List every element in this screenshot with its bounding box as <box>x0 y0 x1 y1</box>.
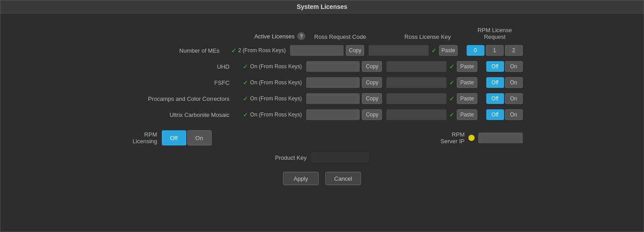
check-lic-mes: ✓ <box>431 47 437 54</box>
toggle-off-procamps[interactable]: Off <box>486 93 504 104</box>
active-licenses-header: Active Licenses ? <box>246 32 310 40</box>
row-label-uhd: UHD <box>122 63 234 70</box>
row-fsfc: FSFC ✓ On (From Ross Keys) Copy ✓ Paste … <box>122 76 523 89</box>
rpm-btn-0-mes[interactable]: 0 <box>467 45 484 56</box>
request-code-uhd[interactable] <box>306 61 360 72</box>
rpm-server-input[interactable] <box>478 133 523 143</box>
license-key-uhd[interactable] <box>386 61 447 72</box>
paste-button-ultrix[interactable]: Paste <box>457 109 477 120</box>
check-lic-procamps: ✓ <box>449 95 455 102</box>
toggle-group-fsfc: Off On <box>486 77 523 88</box>
rpm-license-request-header: RPM License Request <box>467 27 523 40</box>
toggle-on-procamps[interactable]: On <box>505 93 523 104</box>
rpm-licensing-on-btn[interactable]: On <box>187 130 212 145</box>
license-key-procamps[interactable] <box>386 93 447 104</box>
toggle-on-ultrix[interactable]: On <box>505 109 523 120</box>
row-label-mes: Number of MEs <box>122 47 224 54</box>
request-code-procamps[interactable] <box>306 93 360 104</box>
status-text-procamps: On (From Ross Keys) <box>250 95 302 102</box>
rpm-server-label: RPMServer IP <box>440 131 464 145</box>
row-uhd: UHD ✓ On (From Ross Keys) Copy ✓ Paste O… <box>122 60 523 73</box>
rpm-licensing-toggle: Off On <box>162 130 212 145</box>
copy-button-procamps[interactable]: Copy <box>362 93 382 104</box>
toggle-off-fsfc[interactable]: Off <box>486 77 504 88</box>
cancel-button[interactable]: Cancel <box>325 172 361 185</box>
help-icon[interactable]: ? <box>297 32 305 40</box>
check-lic-ultrix: ✓ <box>449 111 455 118</box>
bottom-section: RPMLicensing Off On RPMServer IP <box>122 130 523 145</box>
status-text-mes: 2 (From Ross Keys) <box>238 47 286 54</box>
column-headers: Active Licenses ? Ross Request Code Ross… <box>122 27 523 40</box>
paste-button-uhd[interactable]: Paste <box>457 61 477 72</box>
request-code-mes[interactable] <box>290 45 344 56</box>
toggle-on-fsfc[interactable]: On <box>505 77 523 88</box>
main-panel: Active Licenses ? Ross Request Code Ross… <box>122 27 523 185</box>
active-status-uhd: ✓ On (From Ross Keys) <box>234 63 307 70</box>
row-label-procamps: Procamps and Color Correctors <box>122 95 234 102</box>
window-title: System Licenses <box>0 0 644 13</box>
copy-button-uhd[interactable]: Copy <box>362 61 382 72</box>
rpm-btn-2-mes[interactable]: 2 <box>505 45 523 56</box>
status-text-ultrix: On (From Ross Keys) <box>250 112 302 118</box>
request-code-ultrix[interactable] <box>306 109 360 120</box>
row-ultrix: Ultrix Carbonite Mosaic ✓ On (From Ross … <box>122 108 523 121</box>
license-key-fsfc[interactable] <box>386 77 447 88</box>
paste-button-procamps[interactable]: Paste <box>457 93 477 104</box>
check-lic-uhd: ✓ <box>449 63 455 70</box>
rpm-server-group: RPMServer IP <box>440 131 522 145</box>
copy-button-mes[interactable]: Copy <box>346 45 364 56</box>
active-status-procamps: ✓ On (From Ross Keys) <box>234 95 307 102</box>
rpm-licensing-label: RPMLicensing <box>122 131 157 145</box>
row-label-fsfc: FSFC <box>122 79 234 86</box>
license-key-mes[interactable] <box>369 45 429 56</box>
check-procamps: ✓ <box>243 95 248 102</box>
actions-section: Apply Cancel <box>122 172 523 185</box>
rpm-licensing-off-btn[interactable]: Off <box>162 130 186 145</box>
toggle-group-ultrix: Off On <box>486 109 523 120</box>
check-mes: ✓ <box>231 47 237 54</box>
toggle-off-ultrix[interactable]: Off <box>486 109 504 120</box>
toggle-group-uhd: Off On <box>486 61 523 72</box>
copy-button-fsfc[interactable]: Copy <box>362 77 382 88</box>
content-area: Active Licenses ? Ross Request Code Ross… <box>0 13 644 232</box>
active-licenses-label: Active Licenses <box>254 33 295 40</box>
status-text-fsfc: On (From Ross Keys) <box>250 79 302 86</box>
rpm-options-mes: 0 1 2 <box>467 45 523 56</box>
active-status-mes: ✓ 2 (From Ross Keys) <box>224 47 291 54</box>
ross-request-code-header: Ross Request Code <box>310 33 370 40</box>
toggle-group-procamps: Off On <box>486 93 523 104</box>
ross-license-key-header: Ross License Key <box>397 33 458 40</box>
check-ultrix: ✓ <box>243 111 248 118</box>
rpm-licensing-group: RPMLicensing Off On <box>122 130 212 145</box>
rpm-btn-1-mes[interactable]: 1 <box>486 45 504 56</box>
request-code-fsfc[interactable] <box>306 77 360 88</box>
active-status-fsfc: ✓ On (From Ross Keys) <box>234 79 307 86</box>
license-key-ultrix[interactable] <box>386 109 447 120</box>
check-lic-fsfc: ✓ <box>449 79 455 86</box>
row-label-ultrix: Ultrix Carbonite Mosaic <box>122 112 234 118</box>
paste-button-fsfc[interactable]: Paste <box>457 77 477 88</box>
toggle-on-uhd[interactable]: On <box>505 61 523 72</box>
active-status-ultrix: ✓ On (From Ross Keys) <box>234 111 307 118</box>
copy-button-ultrix[interactable]: Copy <box>362 109 382 120</box>
row-procamps: Procamps and Color Correctors ✓ On (From… <box>122 92 523 105</box>
check-uhd: ✓ <box>243 63 248 70</box>
paste-button-mes[interactable]: Paste <box>439 45 457 56</box>
product-key-section: Product Key <box>122 152 523 163</box>
rpm-server-status-dot <box>468 135 475 141</box>
row-number-of-mes: Number of MEs ✓ 2 (From Ross Keys) Copy … <box>122 44 523 57</box>
product-key-label: Product Key <box>275 154 307 161</box>
check-fsfc: ✓ <box>243 79 248 86</box>
apply-button[interactable]: Apply <box>283 172 319 185</box>
status-text-uhd: On (From Ross Keys) <box>250 63 302 70</box>
toggle-off-uhd[interactable]: Off <box>486 61 504 72</box>
system-licenses-window: System Licenses Active Licenses ? Ross R… <box>0 0 644 232</box>
product-key-input[interactable] <box>311 152 369 163</box>
